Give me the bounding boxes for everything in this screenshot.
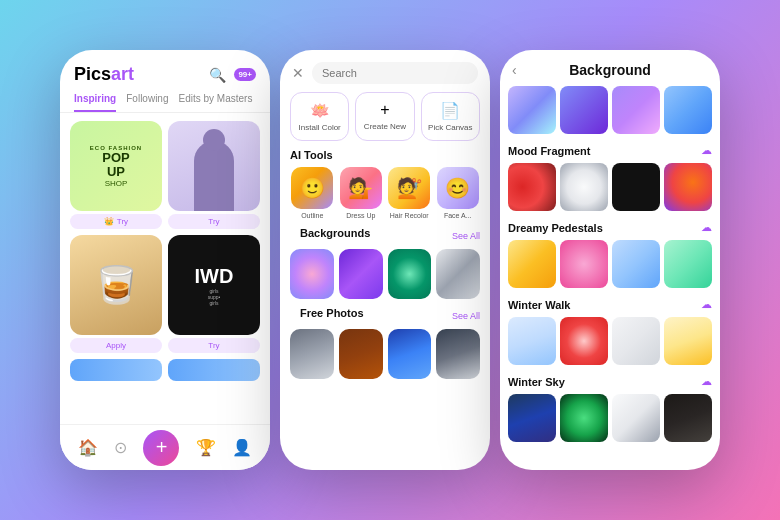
winter-sky-item-3[interactable]	[612, 394, 660, 442]
try-button-1[interactable]: 👑 Try	[70, 214, 162, 229]
ai-face[interactable]: 😊 Face A...	[436, 167, 481, 219]
mood-item-2[interactable]	[560, 163, 608, 211]
dreamy-item-4[interactable]	[664, 240, 712, 288]
search-icon[interactable]: 🔍	[209, 67, 226, 83]
try-label-2: Try	[208, 217, 219, 226]
dreamy-pedestals-download-icon[interactable]: ☁	[701, 221, 712, 234]
bg-thumb-3[interactable]	[388, 249, 432, 299]
back-icon[interactable]: ‹	[512, 62, 517, 78]
section-winter-walk: Winter Walk ☁	[508, 298, 712, 365]
winter-walk-item-3[interactable]	[612, 317, 660, 365]
winter-sky-title: Winter Sky	[508, 376, 565, 388]
ai-face-label: Face A...	[444, 212, 472, 219]
winter-walk-row	[508, 317, 712, 365]
phone-3: ‹ Background Mood Fragment ☁	[500, 50, 720, 470]
free-thumb-2[interactable]	[339, 329, 383, 379]
mood-fragment-row	[508, 163, 712, 211]
section-dreamy-pedestals: Dreamy Pedestals ☁	[508, 221, 712, 288]
dreamy-pedestals-title: Dreamy Pedestals	[508, 222, 603, 234]
free-thumb-4[interactable]	[436, 329, 480, 379]
p2-header: ✕	[280, 50, 490, 92]
mood-item-1[interactable]	[508, 163, 556, 211]
notification-badge[interactable]: 99+	[234, 68, 256, 81]
person-card[interactable]: Try	[168, 121, 260, 229]
bg-thumb-2[interactable]	[339, 249, 383, 299]
ai-hair-recolor[interactable]: 💇 Hair Recolor	[387, 167, 432, 219]
apply-button[interactable]: Apply	[70, 338, 162, 353]
free-photos-see-all[interactable]: See All	[452, 311, 480, 321]
mood-fragment-header: Mood Fragment ☁	[508, 144, 712, 157]
create-new-label: Create New	[364, 122, 406, 131]
dreamy-item-3[interactable]	[612, 240, 660, 288]
profile-icon[interactable]: 👤	[232, 438, 252, 457]
fashion-shop-text: SHOP	[105, 179, 128, 188]
mood-item-4[interactable]	[664, 163, 712, 211]
install-color-tool[interactable]: 🪷 Install Color	[290, 92, 349, 141]
dreamy-item-2[interactable]	[560, 240, 608, 288]
bg-thumb-4[interactable]	[436, 249, 480, 299]
winter-sky-item-4[interactable]	[664, 394, 712, 442]
bg-thumb-1[interactable]	[290, 249, 334, 299]
iwd-sub-text: girlssupp•girls	[208, 288, 221, 306]
tab-following[interactable]: Following	[126, 93, 168, 112]
whiskey-card[interactable]: 🥃 Apply	[70, 235, 162, 353]
mood-fragment-title: Mood Fragment	[508, 145, 591, 157]
blue-bar-1	[70, 359, 162, 381]
ai-hair-thumb: 💇	[388, 167, 430, 209]
top-thumb-1[interactable]	[508, 86, 556, 134]
phone-2: ✕ 🪷 Install Color + Create New 📄 Pick Ca…	[280, 50, 490, 470]
create-new-tool[interactable]: + Create New	[355, 92, 414, 141]
top-thumb-3[interactable]	[612, 86, 660, 134]
try-button-2[interactable]: Try	[168, 214, 260, 229]
backgrounds-see-all[interactable]: See All	[452, 231, 480, 241]
iwd-card[interactable]: IWD girlssupp•girls Try	[168, 235, 260, 353]
winter-sky-download-icon[interactable]: ☁	[701, 375, 712, 388]
pick-canvas-tool[interactable]: 📄 Pick Canvas	[421, 92, 480, 141]
search-input[interactable]	[312, 62, 478, 84]
page-title: Background	[569, 62, 651, 78]
discover-icon[interactable]: ⊙	[114, 438, 127, 457]
top-thumb-2[interactable]	[560, 86, 608, 134]
ai-outline[interactable]: 🙂 Outline	[290, 167, 335, 219]
mood-fragment-download-icon[interactable]: ☁	[701, 144, 712, 157]
ai-dress-up[interactable]: 💁 Dress Up	[339, 167, 384, 219]
p1-content: ECO FASHION POP UP SHOP 👑 Try Try	[60, 113, 270, 395]
winter-sky-row	[508, 394, 712, 442]
tab-edits-by-masters[interactable]: Edits by Masters	[178, 93, 252, 112]
free-thumb-3[interactable]	[388, 329, 432, 379]
winter-walk-item-1[interactable]	[508, 317, 556, 365]
trophy-icon[interactable]: 🏆	[196, 438, 216, 457]
backgrounds-title: Backgrounds	[290, 227, 380, 245]
winter-sky-item-1[interactable]	[508, 394, 556, 442]
create-plus-button[interactable]: +	[143, 430, 179, 466]
tab-inspiring[interactable]: Inspiring	[74, 93, 116, 112]
ai-dress-thumb: 💁	[340, 167, 382, 209]
phone-1: Picsart 🔍 99+ Inspiring Following Edits …	[60, 50, 270, 470]
try-label-1: Try	[117, 217, 128, 226]
top-thumb-4[interactable]	[664, 86, 712, 134]
winter-sky-item-2[interactable]	[560, 394, 608, 442]
winter-walk-item-4[interactable]	[664, 317, 712, 365]
free-thumb-1[interactable]	[290, 329, 334, 379]
winter-walk-download-icon[interactable]: ☁	[701, 298, 712, 311]
top-thumbnails	[508, 86, 712, 134]
whiskey-glass-icon: 🥃	[94, 264, 139, 306]
try-button-3[interactable]: Try	[168, 338, 260, 353]
mood-item-3[interactable]	[612, 163, 660, 211]
tabs-bar: Inspiring Following Edits by Masters	[60, 85, 270, 113]
dreamy-pedestals-row	[508, 240, 712, 288]
free-photos-thumbs	[280, 329, 490, 387]
home-icon[interactable]: 🏠	[78, 438, 98, 457]
header-icons: 🔍 99+	[209, 67, 256, 83]
try-label-3: Try	[208, 341, 219, 350]
fashion-pop-text: POP	[102, 151, 129, 164]
pick-canvas-icon: 📄	[440, 101, 460, 120]
pick-canvas-label: Pick Canvas	[428, 123, 472, 132]
fashion-card[interactable]: ECO FASHION POP UP SHOP 👑 Try	[70, 121, 162, 229]
dreamy-item-1[interactable]	[508, 240, 556, 288]
backgrounds-thumbs	[280, 249, 490, 307]
close-icon[interactable]: ✕	[292, 65, 304, 81]
backgrounds-row: Backgrounds See All	[280, 227, 490, 249]
person-silhouette	[168, 121, 260, 211]
winter-walk-item-2[interactable]	[560, 317, 608, 365]
